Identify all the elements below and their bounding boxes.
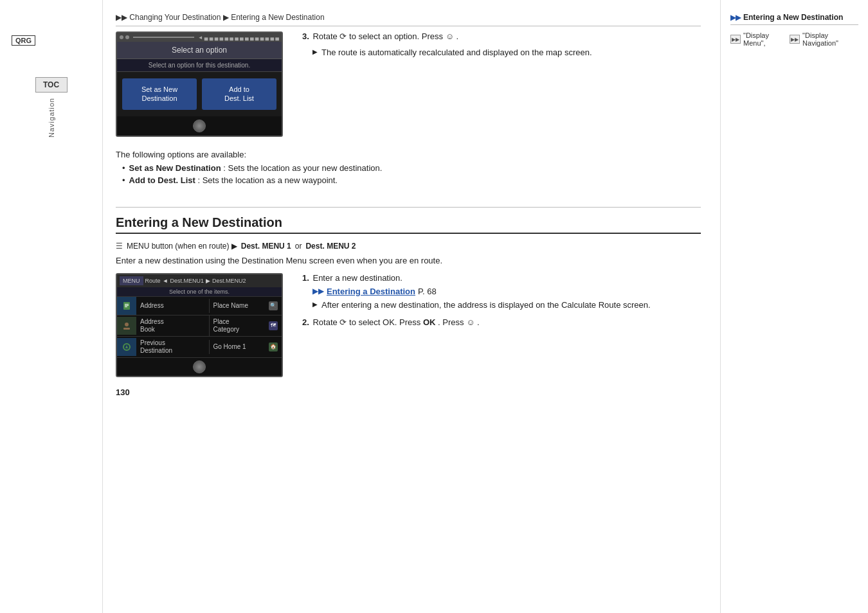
step2-bottom-text: Rotate bbox=[312, 317, 337, 327]
screen1-footer bbox=[117, 116, 282, 136]
screen2-dest1: Dest.MENU1 bbox=[170, 278, 204, 284]
breadcrumb-part2: Entering a New Destination bbox=[231, 13, 324, 22]
option1-item: • Set as New Destination : Sets the loca… bbox=[116, 163, 701, 173]
step1-bottom: 1. Enter a new destination. bbox=[302, 273, 701, 283]
svg-marker-7 bbox=[125, 345, 128, 348]
right-section-title-text: Entering a New Destination bbox=[743, 13, 843, 22]
screen2-dest2: Dest.MENU2 bbox=[212, 278, 246, 284]
ref-icon2: ▶▶ bbox=[790, 35, 800, 44]
menu-bold1: Dest. MENU 1 bbox=[241, 242, 291, 251]
step3-item: 3. Rotate ⟳ to select an option. Press ☺… bbox=[302, 31, 701, 41]
screen2-row1: Address Place Name 🔍 bbox=[117, 297, 282, 315]
left-sidebar: QRG TOC Navigation bbox=[0, 0, 103, 613]
option1-desc: : Sets the location as your new destinat… bbox=[223, 163, 382, 173]
breadcrumb-part1: Changing Your Destination bbox=[129, 13, 221, 22]
screen2-image: MENU Route ◄ Dest.MENU1 ▶ Dest.MENU2 Sel… bbox=[116, 273, 283, 377]
steps-bottom-content: 1. Enter a new destination. ▶▶ Entering … bbox=[302, 273, 701, 333]
right-ref-item1: ▶▶ "Display Menu", ▶▶ "Display Navigatio… bbox=[730, 31, 858, 47]
triangle-icon-step1: ▶ bbox=[312, 301, 318, 310]
step3-content: 3. Rotate ⟳ to select an option. Press ☺… bbox=[302, 31, 701, 57]
step3-sub: ▶ The route is automatically recalculate… bbox=[312, 48, 701, 57]
screen2-cell-gohome: Go Home 1 🏠 bbox=[209, 340, 282, 354]
screen2-small-icon3: 🏠 bbox=[269, 342, 278, 351]
step1-link-row: ▶▶ Entering a Destination P. 68 bbox=[312, 287, 701, 296]
screen2-sep1: ◄ bbox=[163, 278, 168, 284]
ref-icon1: ▶▶ bbox=[730, 35, 741, 44]
screen1-topbar: ◄ ▄ ▄ ▄ ▄ ▄ ▄ ▄ ▄ ▄ ▄ ▄ ▄ ▄ ▄ ▄ bbox=[117, 33, 282, 42]
breadcrumb: ▶▶ Changing Your Destination ▶ Entering … bbox=[116, 13, 701, 26]
section-divider bbox=[116, 207, 701, 208]
option2-desc: : Sets the location as a new waypoint. bbox=[197, 175, 338, 185]
screen2-icon-book bbox=[117, 317, 136, 335]
step1-bottom-number: 1. bbox=[302, 273, 309, 283]
menu-or: or bbox=[295, 242, 302, 251]
option2-item: • Add to Dest. List : Sets the location … bbox=[116, 175, 701, 185]
screen1-options: Set as New Destination Add to Dest. List bbox=[117, 72, 282, 116]
ref-text1-pre: "Display Menu", bbox=[743, 31, 787, 47]
menu-small-icon: ☰ bbox=[116, 242, 123, 251]
step2-bottom-text2: to select OK. Press bbox=[349, 317, 420, 327]
screen2-icon-address bbox=[117, 297, 136, 315]
screen1-subtitle: Select an option for this destination. bbox=[117, 59, 282, 72]
option1-text: Set as New Destination : Sets the locati… bbox=[129, 163, 383, 173]
screen1-btn1: Set as New Destination bbox=[122, 78, 197, 110]
screen2-small-icon1: 🔍 bbox=[269, 301, 278, 310]
screen2-cell-address: Address bbox=[136, 299, 209, 312]
top-section: ◄ ▄ ▄ ▄ ▄ ▄ ▄ ▄ ▄ ▄ ▄ ▄ ▄ ▄ ▄ ▄ Select a… bbox=[116, 31, 701, 137]
svg-rect-5 bbox=[123, 328, 130, 330]
step2-bottom: 2. Rotate ⟳ to select OK. Press OK . Pre… bbox=[302, 317, 701, 327]
breadcrumb-arrows: ▶▶ bbox=[116, 13, 127, 22]
navigation-label: Navigation bbox=[48, 98, 55, 138]
step3-text: Rotate bbox=[312, 31, 337, 41]
bottom-section: MENU Route ◄ Dest.MENU1 ▶ Dest.MENU2 Sel… bbox=[116, 273, 701, 377]
screen2-navbar: MENU Route ◄ Dest.MENU1 ▶ Dest.MENU2 bbox=[117, 274, 282, 287]
options-intro: The following options are available: bbox=[116, 150, 701, 159]
menu-icon-row: ☰ MENU button (when en route) ▶ Dest. ME… bbox=[116, 242, 701, 251]
rotate-icon-step3: ⟳ bbox=[339, 31, 347, 41]
intro-text: Enter a new destination using the Destin… bbox=[116, 256, 701, 265]
screen1-image: ◄ ▄ ▄ ▄ ▄ ▄ ▄ ▄ ▄ ▄ ▄ ▄ ▄ ▄ ▄ ▄ Select a… bbox=[116, 31, 283, 137]
menu-row-text: MENU button (when en route) ▶ bbox=[127, 242, 237, 251]
step3-text2: to select an option. Press bbox=[349, 31, 443, 41]
svg-rect-1 bbox=[125, 304, 129, 305]
svg-rect-3 bbox=[125, 306, 127, 307]
right-section-title: ▶▶ Entering a New Destination bbox=[730, 13, 858, 25]
page-number: 130 bbox=[116, 387, 701, 397]
step1-sub: ▶ After entering a new destination, the … bbox=[312, 300, 701, 310]
section-heading: Entering a New Destination bbox=[116, 215, 701, 234]
right-sidebar: ▶▶ Entering a New Destination ▶▶ "Displa… bbox=[720, 0, 868, 613]
screen1-select-option: Select an option bbox=[117, 42, 282, 59]
screen2-footer bbox=[117, 358, 282, 376]
right-section-title-icon: ▶▶ bbox=[730, 13, 741, 22]
step1-bottom-text: Enter a new destination. bbox=[312, 273, 402, 283]
screen2-cell-addressbook: AddressBook bbox=[136, 315, 209, 336]
screen2-small-icon2: 🗺 bbox=[269, 321, 278, 330]
toc-label[interactable]: TOC bbox=[35, 77, 68, 93]
screen2-row3: PreviousDestination Go Home 1 🏠 bbox=[117, 337, 282, 358]
screen2-cell-placename: Place Name 🔍 bbox=[209, 299, 282, 313]
option1-bold: Set as New Destination bbox=[129, 163, 221, 173]
qrg-badge: QRG bbox=[12, 35, 35, 46]
options-available: The following options are available: • S… bbox=[116, 150, 701, 188]
rotate-icon-step2: ⟳ bbox=[339, 317, 347, 327]
triangle-icon-step3: ▶ bbox=[312, 48, 318, 57]
screen2-knob bbox=[193, 360, 206, 373]
toc-block: TOC Navigation bbox=[35, 77, 68, 138]
step1-link-page: P. 68 bbox=[418, 287, 437, 296]
press-icon-step3: ☺ bbox=[446, 31, 454, 41]
main-content: ▶▶ Changing Your Destination ▶ Entering … bbox=[103, 0, 720, 613]
screen2-subtitle: Select one of the items. bbox=[117, 287, 282, 297]
menu-bold2: Dest. MENU 2 bbox=[305, 242, 356, 251]
screen2-row2: AddressBook PlaceCategory 🗺 bbox=[117, 315, 282, 337]
topbar-dot1 bbox=[120, 35, 123, 39]
screen2-icon-prev bbox=[117, 338, 136, 356]
step2-bottom-text2b: . Press bbox=[438, 317, 464, 327]
step3-sub-text: The route is automatically recalculated … bbox=[321, 48, 592, 57]
option2-bold: Add to Dest. List bbox=[129, 175, 195, 185]
svg-point-4 bbox=[125, 323, 129, 326]
ref-text2: "Display Navigation" bbox=[802, 31, 858, 47]
topbar-dot2 bbox=[125, 35, 129, 39]
step3-text3: . bbox=[457, 31, 459, 41]
screen2-route: Route bbox=[145, 278, 161, 284]
step1-link[interactable]: Entering a Destination bbox=[327, 287, 415, 296]
